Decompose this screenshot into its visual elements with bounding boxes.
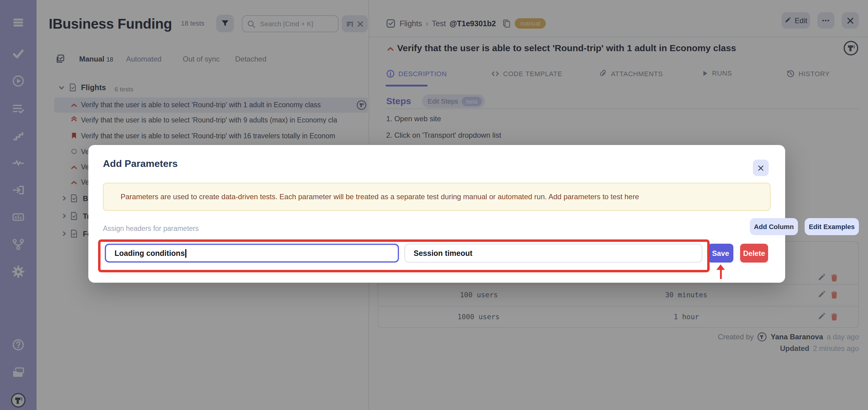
annotation-arrow-stem bbox=[720, 269, 721, 279]
close-icon bbox=[757, 164, 765, 171]
modal-close-button[interactable] bbox=[753, 160, 769, 176]
add-column-button[interactable]: Add Column bbox=[750, 218, 798, 235]
info-banner: Parameters are used to create data-drive… bbox=[103, 183, 771, 211]
app-root: IBusiness Funding 18 tests Manual 18 Aut… bbox=[0, 0, 868, 410]
annotation-highlight-rect bbox=[98, 240, 710, 272]
assign-headers-label: Assign headers for parameters bbox=[103, 225, 199, 232]
info-banner-text: Parameters are used to create data-drive… bbox=[121, 192, 639, 201]
modal-title: Add Parameters bbox=[103, 158, 178, 169]
save-button[interactable]: Save bbox=[708, 244, 733, 262]
delete-button[interactable]: Delete bbox=[740, 244, 768, 262]
edit-examples-button[interactable]: Edit Examples bbox=[805, 218, 859, 235]
